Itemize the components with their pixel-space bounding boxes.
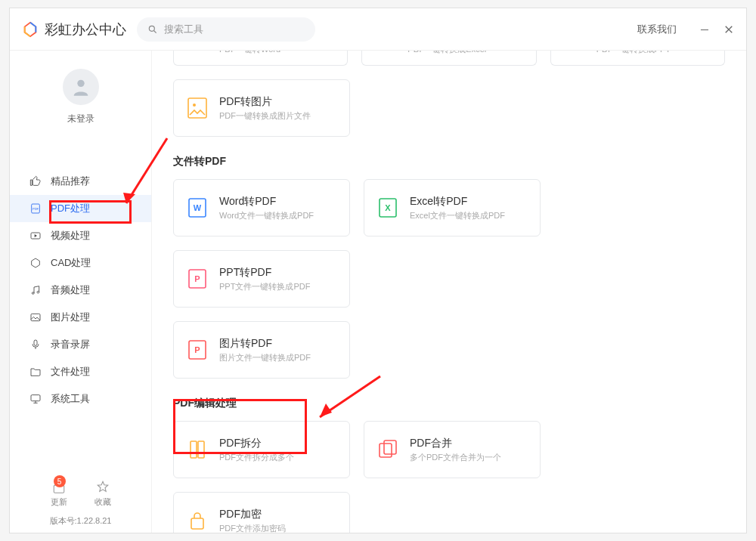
section-title-file-to-pdf: 文件转PDF [173,155,725,168]
merge-icon [375,437,401,462]
ppt-icon: P [184,266,210,292]
search-box[interactable] [137,17,315,42]
card-ppt-to-pdf[interactable]: P PPT转PDF PPT文件一键转换成PDF [173,250,350,308]
nav-image[interactable]: 图片处理 [10,304,151,331]
pdf-icon: PDF [29,202,42,215]
nav-system[interactable]: 系统工具 [10,385,151,413]
partial-row: PDF一键转Word PDF一键转换成Excel PDF一键转换成PPT [173,51,725,66]
window-controls: ─ [699,24,734,35]
card-desc: PDF一键转换成Excel [407,51,486,55]
svg-point-4 [77,80,84,87]
nav-audio[interactable]: 音频处理 [10,277,151,304]
image-file-icon [184,95,210,121]
card-title: 图片转PDF [219,337,311,351]
update-button[interactable]: 5 更新 [51,480,67,508]
excel-icon: X [375,195,401,221]
card-pdf-split[interactable]: PDF拆分 PDF文件拆分成多个 [173,421,350,478]
nav-label: 音频处理 [51,283,90,297]
system-icon [29,393,42,405]
logo: 彩虹办公中心 [22,20,126,39]
svg-rect-27 [380,444,392,457]
avatar[interactable] [63,69,99,105]
card-desc: PDF一键转Word [219,51,280,55]
app-window: 彩虹办公中心 联系我们 ─ 未登录 精品推荐 [9,8,747,533]
single-row: PDF转图片 PDF一键转换成图片文件 [173,79,725,137]
nav-label: 系统工具 [51,392,90,406]
nav-recommend[interactable]: 精品推荐 [10,168,151,195]
search-icon [147,24,158,35]
nav-label: 录音录屏 [51,338,90,351]
nav-label: CAD处理 [51,256,91,270]
card-title: PDF加密 [219,508,286,521]
nav-file[interactable]: 文件处理 [10,358,151,385]
card-desc: PDF一键转换成图片文件 [219,110,311,122]
svg-point-16 [193,104,196,107]
card-pdf-to-image[interactable]: PDF转图片 PDF一键转换成图片文件 [173,79,350,137]
app-title: 彩虹办公中心 [45,20,126,39]
video-icon [29,230,42,242]
card-word-to-pdf[interactable]: W Word转PDF Word文件一键转换成PDF [173,179,350,236]
nav-video[interactable]: 视频处理 [10,222,151,249]
image-icon [29,311,42,323]
card-pdf-merge[interactable]: PDF合并 多个PDF文件合并为一个 [364,421,541,478]
svg-text:X: X [385,203,391,212]
card-title: PDF拆分 [219,437,294,450]
close-button[interactable] [723,24,734,35]
card-excel-to-pdf[interactable]: X Excel转PDF Excel文件一键转换成PDF [364,179,541,236]
minimize-button[interactable]: ─ [699,24,710,35]
svg-rect-12 [31,395,40,401]
svg-point-9 [37,291,39,293]
card-desc: 多个PDF文件合并为一个 [410,452,501,463]
nav-label: 文件处理 [51,365,90,379]
word-icon: W [184,195,210,221]
svg-point-0 [149,26,154,31]
nav-record[interactable]: 录音录屏 [10,331,151,358]
split-icon [184,437,210,462]
svg-line-1 [154,30,156,32]
svg-point-8 [32,292,34,295]
section-title-pdf-edit: PDF编辑处理 [173,397,725,410]
nav-list: 精品推荐 PDF PDF处理 视频处理 CAD处理 音频处理 [10,138,151,419]
svg-text:P: P [194,345,200,354]
svg-rect-10 [31,314,40,320]
mic-icon [29,339,42,351]
card-title: PDF转图片 [219,95,311,109]
sidebar: 未登录 精品推荐 PDF PDF处理 视频处理 CAD处理 [10,51,152,533]
lock-icon [184,508,210,533]
favorite-button[interactable]: 收藏 [94,480,111,508]
cad-icon [29,257,42,269]
card-title: Excel转PDF [410,195,505,209]
titlebar: 彩虹办公中心 联系我们 ─ [10,8,746,51]
update-label: 更新 [51,496,67,508]
contact-us-link[interactable]: 联系我们 [637,23,677,36]
user-status: 未登录 [67,113,94,125]
thumb-icon [29,175,42,187]
user-section: 未登录 [10,51,151,138]
nav-label: 图片处理 [51,311,90,324]
nav-label: PDF处理 [51,202,90,215]
search-input[interactable] [164,23,305,35]
card-image-to-pdf[interactable]: P 图片转PDF 图片文件一键转换成PDF [173,321,350,379]
card-title: Word转PDF [219,195,314,209]
file-to-pdf-row2: P 图片转PDF 图片文件一键转换成PDF [173,321,725,379]
nav-label: 精品推荐 [51,175,90,188]
logo-icon [22,21,39,38]
favorite-label: 收藏 [94,496,111,508]
bottom-bar: 5 更新 收藏 [10,471,151,515]
card-pdf-to-excel-partial[interactable]: PDF一键转换成Excel [361,51,536,66]
svg-text:W: W [194,203,202,212]
image-to-pdf-icon: P [184,337,210,363]
file-to-pdf-row: W Word转PDF Word文件一键转换成PDF X Excel转PDF Ex… [173,179,725,308]
nav-cad[interactable]: CAD处理 [10,249,151,277]
card-desc: 图片文件一键转换成PDF [219,352,311,363]
svg-text:PDF: PDF [33,207,39,211]
version-text: 版本号:1.22.8.21 [10,515,151,533]
card-pdf-encrypt[interactable]: PDF加密 PDF文件添加密码 [173,492,350,533]
card-desc: PPT文件一键转换成PDF [219,281,310,292]
card-desc: PDF文件拆分成多个 [219,452,294,463]
nav-pdf[interactable]: PDF PDF处理 [10,195,151,222]
nav-label: 视频处理 [51,229,90,243]
card-pdf-to-ppt-partial[interactable]: PDF一键转换成PPT [550,51,725,66]
audio-icon [29,284,42,296]
card-pdf-to-word-partial[interactable]: PDF一键转Word [173,51,348,66]
